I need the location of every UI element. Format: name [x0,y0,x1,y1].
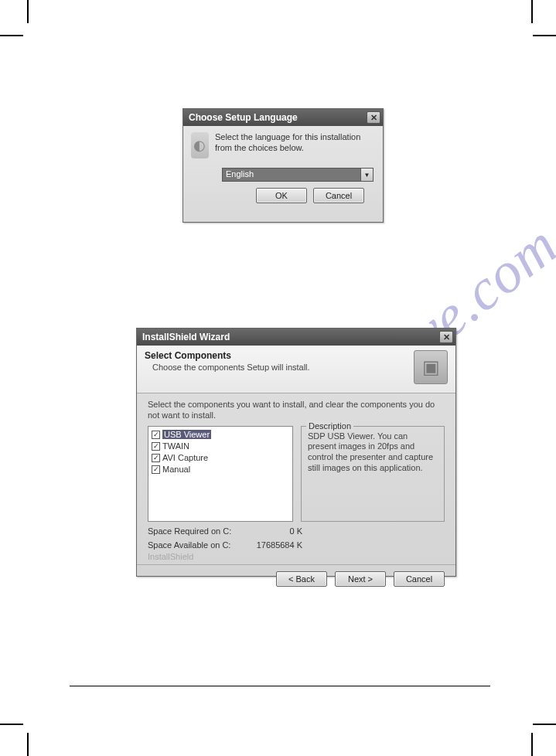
space-available-value: 17685684 K [257,540,302,550]
dialog-title: InstallShield Wizard [142,332,230,342]
close-button[interactable]: ✕ [439,331,453,343]
crop-mark [27,0,29,23]
space-required-value: 0 K [289,526,302,536]
wizard-body: Select the components you want to instal… [137,393,455,564]
list-item[interactable]: ✓ USB Viewer [152,429,289,441]
dialog-body: ◐ Select the language for this installat… [183,126,383,165]
dialog-title: Choose Setup Language [189,112,298,123]
description-legend: Description [306,421,353,431]
list-item[interactable]: ✓ TWAIN [152,441,289,452]
dialog-titlebar: InstallShield Wizard ✕ [137,329,455,346]
wizard-instruction: Select the components you want to instal… [148,400,445,421]
choose-language-dialog: Choose Setup Language ✕ ◐ Select the lan… [182,108,384,223]
installshield-brand: InstallShield [148,552,445,561]
space-required-label: Space Required on C: [148,526,231,536]
crop-mark [27,733,29,756]
installer-icon: ▣ [414,350,448,384]
language-dropdown[interactable]: English ▼ [222,168,374,182]
wizard-footer: < Back Next > Cancel [137,564,455,593]
space-available-row: Space Available on C: 17685684 K [148,540,302,550]
crop-mark [533,35,556,36]
installshield-wizard-dialog: InstallShield Wizard ✕ Select Components… [136,328,456,577]
chevron-down-icon: ▼ [360,169,373,181]
language-selected: English [223,169,360,181]
checkbox-icon[interactable]: ✓ [152,454,160,462]
component-label: AVI Capture [162,453,208,462]
dialog-titlebar: Choose Setup Language ✕ [183,109,383,126]
component-label: TWAIN [162,441,189,451]
back-button[interactable]: < Back [276,571,327,587]
wizard-header-title: Select Components [145,350,310,361]
space-available-label: Space Available on C: [148,540,230,550]
cancel-button[interactable]: Cancel [394,571,445,587]
next-button[interactable]: Next > [335,571,386,587]
component-list[interactable]: ✓ USB Viewer ✓ TWAIN ✓ AVI Capture ✓ Man… [148,426,293,522]
crop-mark [0,724,23,725]
crop-mark [533,724,556,725]
close-icon: ✕ [370,113,377,123]
dialog-controls: English ▼ OK Cancel [183,165,383,209]
component-label: USB Viewer [162,430,211,439]
crop-mark [531,0,533,23]
checkbox-icon[interactable]: ✓ [152,442,160,451]
crop-mark [531,733,533,756]
globe-icon: ◐ [191,132,209,158]
close-icon: ✕ [443,332,450,342]
close-button[interactable]: ✕ [367,111,380,124]
crop-mark [0,35,23,36]
checkbox-icon[interactable]: ✓ [152,431,160,439]
component-label: Manual [162,465,190,474]
dialog-message: Select the language for this installatio… [215,132,375,158]
cancel-button[interactable]: Cancel [313,188,364,203]
description-box: Description SDP USB Viewer. You can pres… [301,426,445,522]
checkbox-icon[interactable]: ✓ [152,465,160,474]
list-item[interactable]: ✓ Manual [152,464,289,475]
ok-button[interactable]: OK [256,188,307,203]
wizard-header: Select Components Choose the components … [137,346,455,393]
description-text: SDP USB Viewer. You can present images i… [308,431,438,474]
wizard-header-subtitle: Choose the components Setup will install… [152,363,310,372]
list-item[interactable]: ✓ AVI Capture [152,452,289,464]
space-required-row: Space Required on C: 0 K [148,526,302,536]
page-footer-rule [70,686,490,686]
